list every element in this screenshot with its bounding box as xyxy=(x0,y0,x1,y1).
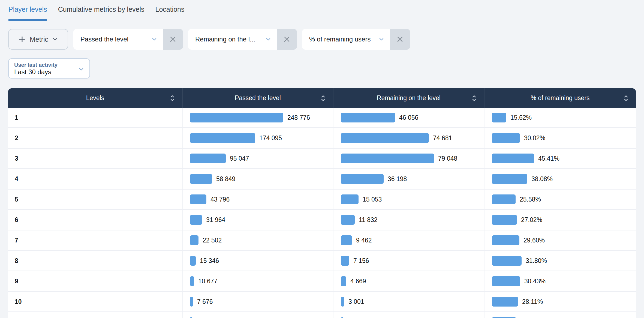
bar-value-label: 36 198 xyxy=(388,175,407,183)
remove-metric-button[interactable] xyxy=(277,29,297,50)
bar-value-label: 7 676 xyxy=(197,298,213,305)
bar-cell: 45.41% xyxy=(484,149,636,168)
remove-metric-button[interactable] xyxy=(390,29,410,50)
bar-value-label: 15 053 xyxy=(363,196,382,203)
bar-value-label: 25.58% xyxy=(520,196,541,203)
bar-value-label: 29.60% xyxy=(523,237,545,244)
bar-cell xyxy=(183,312,333,318)
level-number: 6 xyxy=(8,216,18,224)
sort-icon[interactable] xyxy=(623,94,629,102)
user-last-activity-filter[interactable]: User last activity Last 30 days xyxy=(8,58,90,79)
column-header-label: Remaining on the level xyxy=(377,94,441,102)
bar-value-label: 30.02% xyxy=(524,134,545,142)
sort-icon[interactable] xyxy=(471,94,477,102)
table-row: 107 6763 00128.11% xyxy=(8,292,636,312)
bar-cell: 95 047 xyxy=(183,149,333,168)
bar-value-label: 31.80% xyxy=(526,257,547,265)
column-header-levels[interactable]: Levels xyxy=(8,88,183,108)
value-bar xyxy=(492,113,506,122)
bar-cell: 15.62% xyxy=(484,108,636,127)
bar-value-label: 38.08% xyxy=(531,175,553,183)
bar-value-label: 45.41% xyxy=(538,155,559,162)
table-row: 2174 09574 68130.02% xyxy=(8,128,636,149)
bar-cell: 10 677 xyxy=(183,271,333,291)
level-number: 9 xyxy=(8,278,18,285)
player-levels-page: Player levels Cumulative metrics by leve… xyxy=(0,0,644,318)
value-bar xyxy=(190,276,194,286)
bar-value-label: 174 095 xyxy=(259,134,282,142)
close-icon xyxy=(169,36,176,43)
metric-select-percent: % of remaining users xyxy=(302,29,410,50)
value-bar xyxy=(492,215,517,225)
metric-select-percent-dropdown[interactable]: % of remaining users xyxy=(302,29,390,50)
bar-cell: 174 095 xyxy=(183,128,333,148)
metric-select-passed: Passed the level xyxy=(73,29,183,50)
value-bar xyxy=(492,194,516,204)
chevron-down-icon xyxy=(265,36,271,42)
bar-value-label: 9 462 xyxy=(356,237,372,244)
close-icon xyxy=(396,36,404,43)
metric-select-percent-value: % of remaining users xyxy=(309,35,371,43)
bar-cell: 7 156 xyxy=(333,251,484,271)
remove-metric-button[interactable] xyxy=(163,29,183,50)
level-cell: 10 xyxy=(8,292,183,311)
bar-value-label: 248 776 xyxy=(287,114,310,121)
bar-cell: 31 964 xyxy=(183,210,333,230)
value-bar xyxy=(190,194,206,204)
metric-select-remaining-value: Remaining on the l... xyxy=(195,35,255,43)
sort-icon[interactable] xyxy=(320,94,326,102)
bar-value-label: 15.62% xyxy=(510,114,532,121)
add-metric-button[interactable]: Metric xyxy=(8,29,68,50)
tab-locations[interactable]: Locations xyxy=(155,4,185,21)
add-metric-label: Metric xyxy=(30,35,48,43)
bar-cell: 38.08% xyxy=(484,169,636,189)
bar-cell: 9 462 xyxy=(333,230,484,250)
value-bar xyxy=(190,174,212,184)
table-row-partial xyxy=(8,312,636,318)
value-bar xyxy=(190,235,198,245)
level-number: 10 xyxy=(8,298,22,305)
table-row: 395 04779 04845.41% xyxy=(8,149,636,169)
metric-select-remaining-dropdown[interactable]: Remaining on the l... xyxy=(188,29,277,50)
bar-value-label: 74 681 xyxy=(433,134,452,142)
value-bar xyxy=(190,113,283,122)
level-cell xyxy=(8,312,183,318)
column-header-remaining[interactable]: Remaining on the level xyxy=(333,88,484,108)
column-header-passed[interactable]: Passed the level xyxy=(183,88,333,108)
bar-cell: 43 796 xyxy=(183,190,333,209)
value-bar xyxy=(190,133,255,143)
bar-cell: 36 198 xyxy=(333,169,484,189)
bar-value-label: 58 849 xyxy=(216,175,235,183)
bar-cell: 11 832 xyxy=(333,210,484,230)
bar-cell: 46 056 xyxy=(333,108,484,127)
metric-select-passed-dropdown[interactable]: Passed the level xyxy=(73,29,163,50)
value-bar xyxy=(492,256,522,266)
value-bar xyxy=(492,297,518,307)
metric-select-remaining: Remaining on the l... xyxy=(188,29,297,50)
bar-cell: 248 776 xyxy=(183,108,333,127)
bar-value-label: 46 056 xyxy=(399,114,418,121)
column-header-percent[interactable]: % of remaining users xyxy=(484,88,636,108)
table-body: 1248 77646 05615.62%2174 09574 68130.02%… xyxy=(8,108,636,318)
bar-cell: 15 346 xyxy=(183,251,333,271)
bar-value-label: 4 669 xyxy=(350,278,366,285)
chevron-down-icon xyxy=(378,36,384,42)
value-bar xyxy=(492,133,520,143)
tab-bar: Player levels Cumulative metrics by leve… xyxy=(8,4,185,21)
metrics-toolbar: Metric Passed the level Remaining on the… xyxy=(8,29,410,50)
table-header: Levels Passed the level Remaining on the… xyxy=(8,88,636,108)
bar-cell xyxy=(333,312,484,318)
bar-cell: 30.43% xyxy=(484,271,636,291)
value-bar xyxy=(341,235,352,245)
tab-cumulative-metrics[interactable]: Cumulative metrics by levels xyxy=(58,4,145,21)
value-bar xyxy=(492,276,520,286)
plus-icon xyxy=(18,35,26,43)
value-bar xyxy=(341,113,395,122)
sort-icon[interactable] xyxy=(170,94,175,102)
value-bar xyxy=(190,215,202,225)
value-bar xyxy=(190,297,193,307)
filter-label: User last activity xyxy=(14,62,84,68)
tab-player-levels[interactable]: Player levels xyxy=(8,4,47,21)
chevron-down-icon xyxy=(151,36,157,42)
filter-value: Last 30 days xyxy=(14,68,84,76)
